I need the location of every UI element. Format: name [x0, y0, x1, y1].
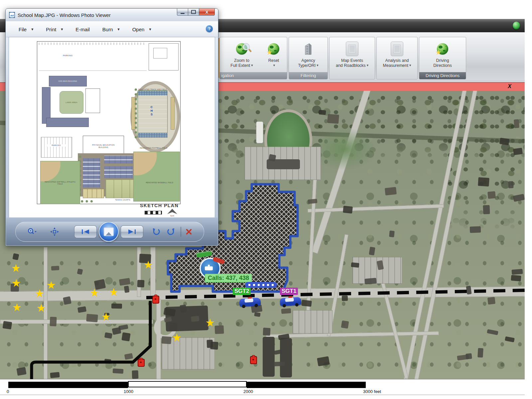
- placeholder-icon: [346, 42, 358, 56]
- plan-label: RENOVATED SOFTBALL ATHLETIC FIELD: [43, 181, 77, 185]
- ribbon-panel-map-events: Map Events and Roadblocks▼: [329, 37, 375, 79]
- building-outline: [153, 48, 167, 59]
- minimize-button[interactable]: [177, 9, 188, 16]
- rotate-counterclockwise-icon: [152, 227, 161, 236]
- police-car-icon[interactable]: [239, 298, 261, 307]
- button-label: Directions: [433, 63, 452, 68]
- toolbar-divider: [181, 227, 181, 237]
- alert-close-icon[interactable]: X: [508, 83, 511, 89]
- actual-size-icon: [50, 227, 59, 236]
- delete-button[interactable]: [185, 227, 193, 236]
- dropdown-caret-icon: ▼: [409, 63, 411, 68]
- rotate-clockwise-button[interactable]: [167, 227, 175, 236]
- ribbon-group-label: Filtering: [289, 72, 328, 79]
- hydrant-icon[interactable]: [152, 296, 159, 304]
- ribbon-group-label: Driving Directions: [419, 72, 466, 79]
- modular-units: [83, 158, 100, 188]
- next-button[interactable]: [121, 225, 143, 238]
- menu-open[interactable]: Open▼: [132, 27, 151, 32]
- hydrant-icon[interactable]: [138, 359, 145, 367]
- magnifier-icon: [27, 227, 37, 236]
- zoom-to-full-extent-button[interactable]: Zoom to Full Extent▼: [222, 39, 262, 71]
- parking-area: [39, 43, 147, 71]
- photo-viewer-app-icon: [9, 12, 15, 18]
- analysis-and-measurement-button[interactable]: Analysis and Measurement▼: [378, 39, 416, 71]
- placeholder-icon: [391, 42, 403, 56]
- scale-segment: [128, 381, 247, 387]
- plan-label: RENOVATED FOOTBALL FIELD: [132, 147, 175, 149]
- agency-type-ori-button[interactable]: Agency Type/ORI▼: [291, 39, 326, 71]
- slideshow-button[interactable]: [99, 222, 119, 242]
- ribbon-group-navigation: Zoom to Full Extent▼ Reset ▼ igation: [219, 37, 287, 79]
- modular-units: [104, 156, 133, 164]
- dropdown-caret-icon: ▼: [61, 28, 63, 31]
- lawn-area: LAWN AREA: [60, 91, 83, 114]
- ribbon-group-label: igation: [220, 72, 287, 79]
- close-button[interactable]: X: [199, 9, 215, 16]
- rotate-clockwise-icon: [167, 227, 175, 236]
- dropdown-caret-icon: ▼: [273, 63, 275, 68]
- unit-label-sgt2[interactable]: SGT2: [233, 288, 251, 295]
- globe-star-icon: [268, 43, 279, 55]
- menu-burn[interactable]: Burn▼: [102, 27, 120, 32]
- scale-tick: 0: [7, 389, 9, 394]
- photo-content-area[interactable]: PARKING CHS MAIN BUILDING LAWN AREA RENO…: [9, 37, 215, 218]
- police-car-icon[interactable]: [280, 297, 302, 306]
- reset-button[interactable]: Reset ▼: [263, 39, 284, 71]
- window-title-bar[interactable]: School Map.JPG - Windows Photo Viewer X: [6, 9, 218, 21]
- plan-label: CHS MAIN BUILDING: [59, 80, 77, 82]
- dropdown-caret-icon: ▼: [31, 28, 33, 31]
- photo-viewer-window: School Map.JPG - Windows Photo Viewer X …: [5, 8, 218, 246]
- north-label: North: [167, 215, 177, 217]
- dropdown-caret-icon: ▼: [149, 28, 151, 31]
- scale-bar-strip: 0 1000 2000 3000 feet: [0, 379, 525, 395]
- plan-label: LAWN AREA: [66, 101, 77, 104]
- actual-size-button[interactable]: [50, 227, 59, 236]
- hydrant-icon[interactable]: [250, 356, 257, 364]
- map-events-and-roadblocks-button[interactable]: Map Events and Roadblocks▼: [331, 39, 373, 71]
- school-sketch-plan-image: PARKING CHS MAIN BUILDING LAWN AREA RENO…: [33, 39, 185, 215]
- menu-print[interactable]: Print▼: [46, 27, 63, 32]
- button-label: Full Extent: [230, 63, 250, 68]
- grandstand: [171, 97, 175, 130]
- previous-icon: [81, 229, 90, 235]
- screen: Zoom to Full Extent▼ Reset ▼ igation: [0, 0, 532, 399]
- zoom-button[interactable]: [27, 227, 37, 236]
- button-label: and Roadblocks: [336, 63, 366, 68]
- route-dashed-line: [146, 290, 525, 298]
- unit-label-sgt1[interactable]: SGT1: [280, 288, 298, 295]
- phone-icon: [205, 266, 213, 270]
- modular-units: [83, 189, 104, 198]
- plan-label: PARKING: [56, 55, 79, 57]
- globe-magnifier-icon: [236, 43, 247, 55]
- football-field: CHS: [138, 90, 168, 138]
- button-label: Type/ORI: [298, 63, 316, 68]
- calls-label[interactable]: Calls: 437, 438: [205, 274, 252, 282]
- menu-email[interactable]: E-mail: [75, 27, 90, 32]
- button-label: Analysis and: [385, 58, 409, 63]
- previous-button[interactable]: [74, 225, 97, 238]
- menu-file[interactable]: File▼: [19, 27, 33, 32]
- rotate-counterclockwise-button[interactable]: [152, 227, 161, 236]
- plan-scale-glyph: [145, 211, 162, 214]
- window-title: School Map.JPG - Windows Photo Viewer: [18, 12, 111, 18]
- ribbon-panel-analysis: Analysis and Measurement▼: [376, 37, 418, 79]
- ribbon-group-driving-directions: Driving Directions Driving Directions: [419, 37, 466, 79]
- driving-directions-button[interactable]: Driving Directions: [421, 39, 464, 71]
- modular-units: [104, 166, 133, 178]
- status-orb-icon: [513, 22, 520, 30]
- minimize-icon: [181, 13, 185, 14]
- scale-segment: [8, 382, 128, 388]
- agency-building-icon: [303, 43, 313, 55]
- button-label: Reset: [268, 58, 279, 63]
- maximize-button[interactable]: [188, 9, 199, 16]
- scale-segment: [247, 382, 366, 388]
- route-solid-line: [32, 301, 150, 379]
- maximize-icon: [191, 10, 196, 14]
- dropdown-caret-icon: ▼: [367, 63, 368, 68]
- main-building: CHS MAIN BUILDING: [49, 76, 87, 86]
- sketch-plan-title: SKETCH PLAN: [140, 203, 179, 208]
- viewer-toolbar: [6, 217, 218, 245]
- help-icon[interactable]: ?: [206, 25, 213, 32]
- street-callout-label[interactable]: [245, 282, 277, 288]
